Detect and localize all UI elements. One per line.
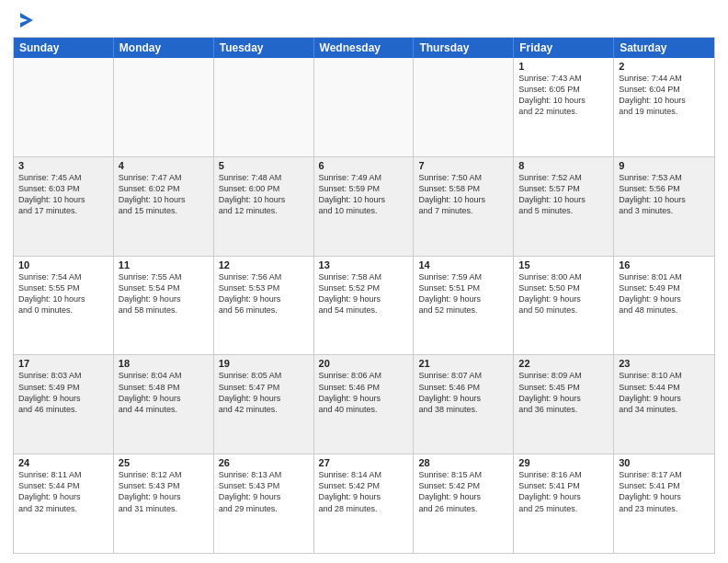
- cal-cell: 20Sunrise: 8:06 AM Sunset: 5:46 PM Dayli…: [314, 355, 415, 454]
- col-monday: Monday: [114, 38, 214, 58]
- cal-cell: 23Sunrise: 8:10 AM Sunset: 5:44 PM Dayli…: [614, 355, 714, 454]
- cell-content: Sunrise: 8:03 AM Sunset: 5:49 PM Dayligh…: [18, 370, 108, 415]
- cal-cell: 14Sunrise: 7:59 AM Sunset: 5:51 PM Dayli…: [414, 257, 514, 355]
- cal-cell: 5Sunrise: 7:48 AM Sunset: 6:00 PM Daylig…: [214, 157, 314, 256]
- cell-content: Sunrise: 7:59 AM Sunset: 5:51 PM Dayligh…: [418, 271, 508, 316]
- day-number: 1: [518, 61, 609, 72]
- cal-row-4: 17Sunrise: 8:03 AM Sunset: 5:49 PM Dayli…: [14, 354, 714, 454]
- cal-cell: [214, 58, 314, 156]
- cal-cell: 25Sunrise: 8:12 AM Sunset: 5:43 PM Dayli…: [114, 454, 214, 553]
- cal-cell: 12Sunrise: 7:56 AM Sunset: 5:53 PM Dayli…: [214, 257, 314, 355]
- day-number: 18: [119, 358, 209, 369]
- cell-content: Sunrise: 8:04 AM Sunset: 5:48 PM Dayligh…: [119, 370, 209, 415]
- cal-cell: 16Sunrise: 8:01 AM Sunset: 5:49 PM Dayli…: [614, 257, 714, 355]
- cal-cell: 11Sunrise: 7:55 AM Sunset: 5:54 PM Dayli…: [114, 257, 214, 355]
- cal-cell: 24Sunrise: 8:11 AM Sunset: 5:44 PM Dayli…: [14, 454, 114, 553]
- logo: [13, 13, 37, 31]
- day-number: 23: [619, 358, 710, 369]
- day-number: 5: [219, 160, 309, 171]
- col-wednesday: Wednesday: [314, 38, 415, 58]
- day-number: 11: [119, 259, 209, 270]
- cell-content: Sunrise: 8:16 AM Sunset: 5:41 PM Dayligh…: [518, 469, 609, 514]
- cal-cell: [314, 58, 415, 156]
- day-number: 13: [319, 259, 409, 270]
- cal-cell: 30Sunrise: 8:17 AM Sunset: 5:41 PM Dayli…: [614, 454, 714, 553]
- cal-cell: 6Sunrise: 7:49 AM Sunset: 5:59 PM Daylig…: [314, 157, 415, 256]
- day-number: 10: [18, 259, 108, 270]
- day-number: 16: [619, 259, 710, 270]
- cell-content: Sunrise: 7:53 AM Sunset: 5:56 PM Dayligh…: [619, 172, 710, 217]
- cell-content: Sunrise: 8:15 AM Sunset: 5:42 PM Dayligh…: [418, 469, 508, 514]
- cell-content: Sunrise: 8:14 AM Sunset: 5:42 PM Dayligh…: [319, 469, 409, 514]
- col-friday: Friday: [514, 38, 614, 58]
- cell-content: Sunrise: 8:09 AM Sunset: 5:45 PM Dayligh…: [518, 370, 609, 415]
- cell-content: Sunrise: 8:17 AM Sunset: 5:41 PM Dayligh…: [619, 469, 710, 514]
- day-number: 29: [518, 457, 609, 468]
- cell-content: Sunrise: 7:50 AM Sunset: 5:58 PM Dayligh…: [418, 172, 508, 217]
- cell-content: Sunrise: 7:55 AM Sunset: 5:54 PM Dayligh…: [119, 271, 209, 316]
- day-number: 12: [219, 259, 309, 270]
- cal-cell: 7Sunrise: 7:50 AM Sunset: 5:58 PM Daylig…: [414, 157, 514, 256]
- cell-content: Sunrise: 8:10 AM Sunset: 5:44 PM Dayligh…: [619, 370, 710, 415]
- cell-content: Sunrise: 8:01 AM Sunset: 5:49 PM Dayligh…: [619, 271, 710, 316]
- cal-cell: 19Sunrise: 8:05 AM Sunset: 5:47 PM Dayli…: [214, 355, 314, 454]
- day-number: 24: [18, 457, 108, 468]
- day-number: 27: [319, 457, 409, 468]
- cell-content: Sunrise: 7:45 AM Sunset: 6:03 PM Dayligh…: [18, 172, 108, 217]
- cal-row-3: 10Sunrise: 7:54 AM Sunset: 5:55 PM Dayli…: [14, 256, 714, 355]
- cell-content: Sunrise: 7:48 AM Sunset: 6:00 PM Dayligh…: [219, 172, 309, 217]
- cal-cell: 13Sunrise: 7:58 AM Sunset: 5:52 PM Dayli…: [314, 257, 415, 355]
- cal-cell: 8Sunrise: 7:52 AM Sunset: 5:57 PM Daylig…: [514, 157, 614, 256]
- col-sunday: Sunday: [14, 38, 114, 58]
- cal-row-2: 3Sunrise: 7:45 AM Sunset: 6:03 PM Daylig…: [14, 156, 714, 256]
- cell-content: Sunrise: 7:54 AM Sunset: 5:55 PM Dayligh…: [18, 271, 108, 316]
- day-number: 30: [619, 457, 710, 468]
- calendar-body: 1Sunrise: 7:43 AM Sunset: 6:05 PM Daylig…: [14, 58, 714, 553]
- day-number: 21: [418, 358, 508, 369]
- cal-cell: 27Sunrise: 8:14 AM Sunset: 5:42 PM Dayli…: [314, 454, 415, 553]
- day-number: 20: [319, 358, 409, 369]
- cal-cell: 21Sunrise: 8:07 AM Sunset: 5:46 PM Dayli…: [414, 355, 514, 454]
- cell-content: Sunrise: 7:58 AM Sunset: 5:52 PM Dayligh…: [319, 271, 409, 316]
- day-number: 2: [619, 61, 710, 72]
- cal-cell: [114, 58, 214, 156]
- cell-content: Sunrise: 7:52 AM Sunset: 5:57 PM Dayligh…: [518, 172, 609, 217]
- cell-content: Sunrise: 7:43 AM Sunset: 6:05 PM Dayligh…: [518, 73, 609, 118]
- col-tuesday: Tuesday: [214, 38, 314, 58]
- cell-content: Sunrise: 8:13 AM Sunset: 5:43 PM Dayligh…: [219, 469, 309, 514]
- day-number: 7: [418, 160, 508, 171]
- cal-cell: 2Sunrise: 7:44 AM Sunset: 6:04 PM Daylig…: [614, 58, 714, 156]
- cal-row-5: 24Sunrise: 8:11 AM Sunset: 5:44 PM Dayli…: [14, 454, 714, 553]
- header: [13, 9, 715, 31]
- col-thursday: Thursday: [414, 38, 514, 58]
- cal-cell: 17Sunrise: 8:03 AM Sunset: 5:49 PM Dayli…: [14, 355, 114, 454]
- day-number: 15: [518, 259, 609, 270]
- svg-marker-0: [20, 13, 33, 28]
- cal-cell: 15Sunrise: 8:00 AM Sunset: 5:50 PM Dayli…: [514, 257, 614, 355]
- day-number: 17: [18, 358, 108, 369]
- cal-cell: [414, 58, 514, 156]
- cal-cell: 29Sunrise: 8:16 AM Sunset: 5:41 PM Dayli…: [514, 454, 614, 553]
- day-number: 4: [119, 160, 209, 171]
- day-number: 28: [418, 457, 508, 468]
- day-number: 19: [219, 358, 309, 369]
- cell-content: Sunrise: 8:07 AM Sunset: 5:46 PM Dayligh…: [418, 370, 508, 415]
- cell-content: Sunrise: 8:00 AM Sunset: 5:50 PM Dayligh…: [518, 271, 609, 316]
- calendar-header: Sunday Monday Tuesday Wednesday Thursday…: [14, 38, 714, 58]
- cell-content: Sunrise: 7:56 AM Sunset: 5:53 PM Dayligh…: [219, 271, 309, 316]
- cal-cell: 9Sunrise: 7:53 AM Sunset: 5:56 PM Daylig…: [614, 157, 714, 256]
- cal-cell: 4Sunrise: 7:47 AM Sunset: 6:02 PM Daylig…: [114, 157, 214, 256]
- logo-icon: [17, 11, 37, 31]
- day-number: 14: [418, 259, 508, 270]
- cell-content: Sunrise: 8:11 AM Sunset: 5:44 PM Dayligh…: [18, 469, 108, 514]
- day-number: 9: [619, 160, 710, 171]
- day-number: 8: [518, 160, 609, 171]
- cell-content: Sunrise: 7:47 AM Sunset: 6:02 PM Dayligh…: [119, 172, 209, 217]
- cal-cell: 1Sunrise: 7:43 AM Sunset: 6:05 PM Daylig…: [514, 58, 614, 156]
- cell-content: Sunrise: 7:44 AM Sunset: 6:04 PM Dayligh…: [619, 73, 710, 118]
- page: Sunday Monday Tuesday Wednesday Thursday…: [0, 0, 728, 563]
- cal-row-1: 1Sunrise: 7:43 AM Sunset: 6:05 PM Daylig…: [14, 58, 714, 156]
- col-saturday: Saturday: [614, 38, 714, 58]
- cal-cell: 28Sunrise: 8:15 AM Sunset: 5:42 PM Dayli…: [414, 454, 514, 553]
- cal-cell: 18Sunrise: 8:04 AM Sunset: 5:48 PM Dayli…: [114, 355, 214, 454]
